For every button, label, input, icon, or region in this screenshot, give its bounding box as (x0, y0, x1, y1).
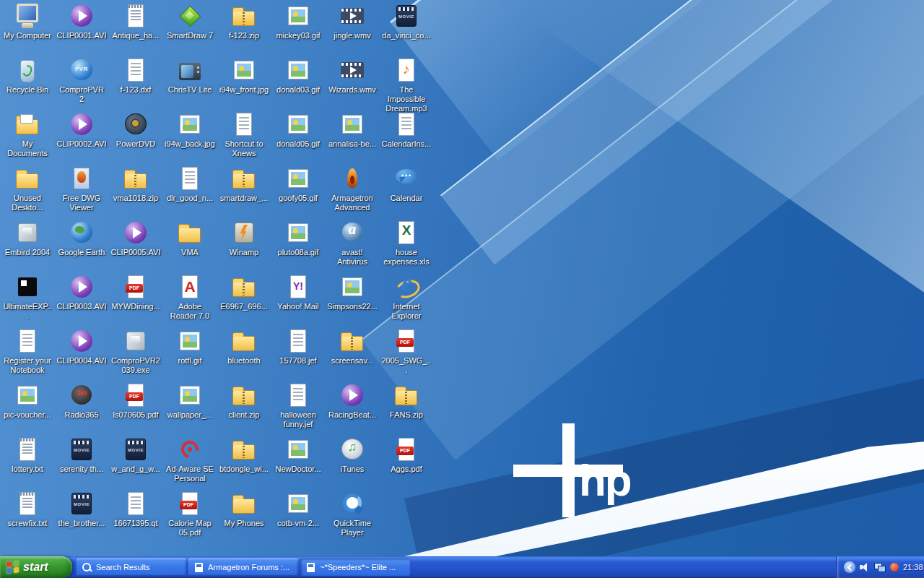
desktop-icon-label: mickey03.gif (272, 31, 324, 40)
desktop-icon-label: smartdraw_... (218, 194, 270, 203)
desktop-icon-avast-antivirus[interactable]: avast! Antivirus (326, 220, 378, 267)
desktop-icon-i94w-front-jpg[interactable]: i94w_front.jpg (218, 57, 270, 95)
desktop-icon-yahoo-mail[interactable]: Yahoo! Mail (272, 274, 324, 311)
desktop-icon-label: wallpaper_... (164, 410, 216, 420)
desktop-icon-ls070605-pdf[interactable]: ls070605.pdf (110, 382, 162, 420)
desktop-icon-my-phones[interactable]: My Phones (218, 491, 270, 528)
desktop-icon-pic-voucher[interactable]: pic-voucher... (1, 382, 53, 420)
desktop-icon-clip0005-avi[interactable]: CLIP0005.AVI (110, 220, 162, 257)
desktop-icon-the-brother[interactable]: the_brother... (56, 491, 108, 528)
desktop-icon-wallpaper[interactable]: wallpaper_... (164, 382, 216, 420)
desktop-icon-vma[interactable]: VMA (164, 220, 216, 257)
desktop-icon-lottery-txt[interactable]: lottery.txt (1, 436, 53, 474)
media-icon (339, 382, 366, 408)
desktop-icon-calendarins[interactable]: CalendarIns... (380, 111, 432, 149)
desktop-icon-calendar[interactable]: Calendar (380, 165, 432, 203)
desktop-icon-internet-explorer[interactable]: Internet Explorer (380, 274, 432, 321)
taskbar-button-search-results[interactable]: Search Results (77, 558, 186, 576)
qtp-icon (339, 491, 366, 517)
desktop-icon-halloween-funny-jef[interactable]: halloween funny.jef (272, 382, 324, 429)
network-icon[interactable] (874, 562, 886, 572)
desktop-icon-unused-deskto[interactable]: Unused Deskto... (1, 165, 53, 212)
hide-icons-button[interactable] (844, 561, 855, 573)
desktop-icon-powerdvd[interactable]: PowerDVD (110, 111, 162, 149)
desktop-icon-donald03-gif[interactable]: donald03.gif (272, 57, 324, 95)
desktop-icon-label: VMA (164, 248, 216, 257)
desktop-icon-f-123-zip[interactable]: f-123.zip (218, 3, 270, 40)
desktop-icon-christv-lite[interactable]: ChrisTV Lite (164, 57, 216, 95)
desktop-icon-compropvr-2[interactable]: ComproPVR 2 (56, 57, 108, 104)
desktop-icon-radio365[interactable]: Radio365 (56, 382, 108, 420)
appblue-icon (68, 165, 95, 191)
desktop-icon-compropvr2039-exe[interactable]: ComproPVR2039.exe (110, 328, 162, 375)
desktop-icon-2005-swg[interactable]: 2005_SWG_... (380, 328, 432, 375)
start-button[interactable]: start (0, 556, 72, 578)
desktop-icon-e6967-696[interactable]: E6967_696... (218, 274, 270, 311)
desktop-icon-i94w-back-jpg[interactable]: i94w_back.jpg (164, 111, 216, 149)
desktop-icon-quicktime-player[interactable]: QuickTime Player (326, 491, 378, 538)
desktop-icon-dlr-good-n[interactable]: dlr_good_n... (164, 165, 216, 203)
desktop-icon-ultimateexp[interactable]: UltimateEXP... (1, 274, 53, 321)
desktop-icon-winamp[interactable]: Winamp (218, 220, 270, 257)
desktop-icon-shortcut-to-xnews[interactable]: Shortcut to Xnews (218, 111, 270, 158)
desktop-icon-pluto08a-gif[interactable]: pluto08a.gif (272, 220, 324, 257)
desktop-icon-embird-2004[interactable]: Embird 2004 (1, 220, 53, 257)
desktop-icon-the-impossible-dream-mp3[interactable]: The Impossible Dream.mp3 (380, 57, 432, 113)
desktop-icon-smartdraw[interactable]: smartdraw_... (218, 165, 270, 203)
desktop-icon-157708-jef[interactable]: 157708.jef (272, 328, 324, 366)
image-icon (176, 382, 204, 408)
desktop-icon-serenity-th[interactable]: serenity th... (56, 436, 108, 474)
desktop-icon-house-expenses-xls[interactable]: house expenses.xls (380, 220, 432, 267)
txt-icon (14, 491, 41, 517)
desktop-icon-rotfl-gif[interactable]: rotfl.gif (164, 328, 216, 366)
desktop-icon-client-zip[interactable]: client.zip (218, 382, 270, 420)
volume-icon[interactable] (860, 562, 870, 572)
desktop-icon-recycle-bin[interactable]: Recycle Bin (1, 57, 53, 95)
desktop-icon-aggs-pdf[interactable]: Aggs.pdf (380, 436, 432, 474)
taskbar-button-label: Armagetron Forums :... (208, 563, 289, 571)
desktop-icon-jingle-wmv[interactable]: jingle.wmv (326, 3, 378, 40)
desktop-icon-simpsons22[interactable]: Simpsons22... (326, 274, 378, 311)
desktop-icon-mywdining[interactable]: MYWDining... (110, 274, 162, 311)
desktop-icon-fans-zip[interactable]: FANS.zip (380, 382, 432, 420)
desktop-icon-itunes[interactable]: iTunes (326, 436, 378, 474)
desktop-icon-adobe-reader-7-0[interactable]: Adobe Reader 7.0 (164, 274, 216, 321)
media-icon (68, 3, 95, 29)
desktop-icon-smartdraw-7[interactable]: SmartDraw 7 (164, 3, 216, 40)
desktop-icon-google-earth[interactable]: Google Earth (56, 220, 108, 257)
taskbar-button-speeders-elite[interactable]: ~*Speeders*~ Elite ... (300, 558, 410, 576)
desktop-icon-my-computer[interactable]: My Computer (1, 3, 53, 40)
desktop-icon-ad-aware-se-personal[interactable]: Ad-Aware SE Personal (164, 436, 216, 483)
desktop-icon-cotb-vm-2[interactable]: cotb-vm-2... (272, 491, 324, 528)
desktop-icon-goofy05-gif[interactable]: goofy05.gif (272, 165, 324, 203)
desktop-icon-f-123-dxf[interactable]: f-123.dxf (110, 57, 162, 95)
desktop-icon-mickey03-gif[interactable]: mickey03.gif (272, 3, 324, 40)
desktop-icon-wizards-wmv[interactable]: Wizards.wmv (326, 57, 378, 95)
taskbar-button-armagetron-forums[interactable]: Armagetron Forums :... (188, 558, 298, 576)
desktop-surface[interactable]: hp My ComputerRecycle BinMy DocumentsUnu… (0, 0, 924, 556)
desktop-icon-vma1018-zip[interactable]: vma1018.zip (110, 165, 162, 203)
desktop-icon-racingbeat[interactable]: RacingBeat... (326, 382, 378, 420)
desktop-icon-armagetron-advanced[interactable]: Armagetron Advanced (326, 165, 378, 212)
antivirus-tray-icon[interactable] (890, 563, 899, 571)
desktop-icon-antique-ha[interactable]: Antique_ha... (110, 3, 162, 40)
desktop-icon-register-your-notebook[interactable]: Register your Notebook (1, 328, 53, 375)
desktop-icon-da-vinci-co[interactable]: da_vinci_co... (380, 3, 432, 40)
desktop-icon-annalisa-be[interactable]: annalisa-be... (326, 111, 378, 149)
desktop-icon-16671395-qt[interactable]: 16671395.qt (110, 491, 162, 528)
music-icon (393, 57, 420, 83)
desktop-icon-clip0002-avi[interactable]: CLIP0002.AVI (56, 111, 108, 149)
desktop-icon-free-dwg-viewer[interactable]: Free DWG Viewer (56, 165, 108, 212)
desktop-icon-bluetooth[interactable]: bluetooth (218, 328, 270, 366)
desktop-icon-clip0004-avi[interactable]: CLIP0004.AVI (56, 328, 108, 366)
desktop-icon-screensav[interactable]: screensav... (326, 328, 378, 366)
desktop-icon-w-and-g-w[interactable]: w_and_g_w... (110, 436, 162, 474)
desktop-icon-newdoctor[interactable]: NewDoctor... (272, 436, 324, 474)
desktop-icon-my-documents[interactable]: My Documents (1, 111, 53, 158)
desktop-icon-donald05-gif[interactable]: donald05.gif (272, 111, 324, 149)
desktop-icon-clip0003-avi[interactable]: CLIP0003.AVI (56, 274, 108, 311)
desktop-icon-btdongle-wi[interactable]: btdongle_wi... (218, 436, 270, 474)
desktop-icon-screwfix-txt[interactable]: screwfix.txt (1, 491, 53, 528)
desktop-icon-calorie-map-05-pdf[interactable]: Calorie Map 05.pdf (164, 491, 216, 538)
desktop-icon-clip0001-avi[interactable]: CLIP0001.AVI (56, 3, 108, 40)
